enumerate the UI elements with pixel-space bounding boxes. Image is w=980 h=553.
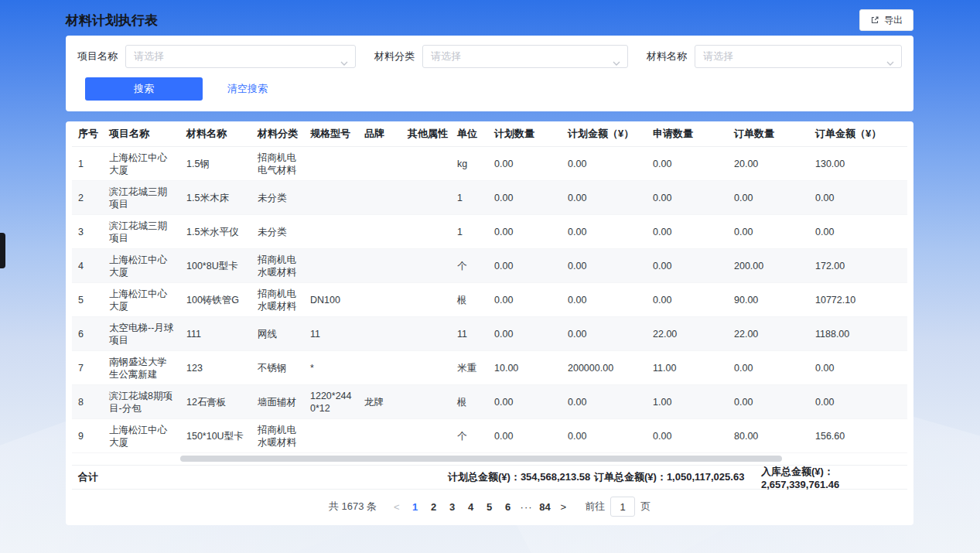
summary-plan-total: 计划总金额(¥)：354,568,213.58 — [448, 470, 590, 484]
column-header: 计划数量 — [488, 121, 562, 147]
table-cell — [401, 147, 451, 181]
table-row[interactable]: 9上海松江中心大厦150*10U型卡招商机电水暖材料个0.000.000.008… — [72, 419, 907, 453]
export-icon — [870, 15, 879, 25]
table-cell: 6 — [72, 317, 103, 351]
summary-order-total: 订单总金额(¥)：1,050,117,025.63 — [594, 470, 744, 484]
table-cell: * — [304, 351, 358, 385]
chevron-down-icon — [613, 55, 620, 69]
column-header: 其他属性 — [401, 121, 451, 147]
clear-search-link[interactable]: 清空搜索 — [227, 82, 268, 96]
table-cell: 9 — [72, 419, 103, 453]
table-cell: 0.00 — [728, 385, 809, 419]
table-cell: 个 — [451, 249, 488, 283]
page-number[interactable]: 5 — [480, 501, 499, 513]
table-cell: 1.5米水平仪 — [180, 215, 251, 249]
table-cell — [358, 283, 401, 317]
table-cell: 招商机电电气材料 — [251, 147, 304, 181]
table-cell: 156.60 — [809, 419, 907, 453]
page-header: 材料计划执行表 导出 — [66, 0, 913, 36]
table-cell: 上海松江中心大厦 — [103, 249, 180, 283]
table-cell: 0.00 — [488, 181, 562, 215]
table-cell: 滨江花城三期项目 — [103, 215, 180, 249]
table-card: 序号项目名称材料名称材料分类规格型号品牌其他属性单位计划数量计划金额（¥）申请数… — [66, 121, 913, 525]
table-cell: 11.00 — [647, 351, 728, 385]
table-cell: 0.00 — [647, 249, 728, 283]
page-number[interactable]: 1 — [406, 501, 425, 513]
table-row[interactable]: 8滨江花城8期项目-分包12石膏板墙面辅材1220*2440*12龙牌根0.00… — [72, 385, 907, 419]
table-cell: 0.00 — [488, 147, 562, 181]
table-row[interactable]: 4上海松江中心大厦100*8U型卡招商机电水暖材料个0.000.000.0020… — [72, 249, 907, 283]
search-button[interactable]: 搜索 — [85, 77, 203, 101]
select-placeholder: 请选择 — [134, 49, 164, 63]
table-cell: 111 — [180, 317, 251, 351]
export-button-label: 导出 — [884, 14, 903, 27]
table-cell: 12石膏板 — [180, 385, 251, 419]
export-button[interactable]: 导出 — [859, 9, 913, 31]
table-row[interactable]: 3滨江花城三期项目1.5米水平仪未分类10.000.000.000.000.00 — [72, 215, 907, 249]
table-row[interactable]: 5上海松江中心大厦100铸铁管G招商机电水暖材料DN100根0.000.000.… — [72, 283, 907, 317]
table-cell: 0.00 — [488, 215, 562, 249]
table-cell: 0.00 — [647, 419, 728, 453]
table-row[interactable]: 7南钢盛达大学生公寓新建123不锈钢*米重10.00200000.0011.00… — [72, 351, 907, 385]
table-cell: 米重 — [451, 351, 488, 385]
summary-inbound-total: 入库总金额(¥)：2,657,339,761.46 — [761, 465, 907, 490]
column-header: 申请数量 — [647, 121, 728, 147]
table-cell: 90.00 — [728, 283, 809, 317]
select-placeholder: 请选择 — [431, 49, 461, 63]
table-cell: 0.00 — [562, 419, 647, 453]
table-cell: 100铸铁管G — [180, 283, 251, 317]
table-cell: 11 — [451, 317, 488, 351]
table-cell — [304, 181, 358, 215]
column-header: 计划金额（¥） — [562, 121, 647, 147]
table-cell: 招商机电水暖材料 — [251, 249, 304, 283]
table-cell: 0.00 — [562, 249, 647, 283]
page-number[interactable]: 84 — [536, 501, 555, 513]
table-cell: 150*10U型卡 — [180, 419, 251, 453]
table-cell: 0.00 — [562, 283, 647, 317]
table-header-row: 序号项目名称材料名称材料分类规格型号品牌其他属性单位计划数量计划金额（¥）申请数… — [72, 121, 907, 147]
next-page-button[interactable]: > — [555, 501, 573, 513]
drawer-handle[interactable] — [0, 233, 5, 268]
project-name-select[interactable]: 请选择 — [125, 45, 356, 68]
goto-prefix-label: 前往 — [585, 500, 605, 514]
column-header: 订单金额（¥） — [809, 121, 907, 147]
table-cell: kg — [451, 147, 488, 181]
table-cell: 上海松江中心大厦 — [103, 283, 180, 317]
prev-page-button[interactable]: < — [388, 501, 406, 513]
goto-page-input[interactable] — [610, 497, 635, 517]
page-number[interactable]: 6 — [499, 501, 517, 513]
table-row[interactable]: 6太空电梯--月球项目111网线11110.000.0022.0022.0011… — [72, 317, 907, 351]
table-cell — [304, 249, 358, 283]
material-name-select[interactable]: 请选择 — [695, 45, 902, 68]
material-category-label: 材料分类 — [374, 49, 415, 63]
filter-group-material: 材料名称 请选择 — [647, 45, 902, 68]
table-cell: 0.00 — [809, 181, 907, 215]
pagination-total: 共 1673 条 — [329, 500, 377, 514]
table-cell: DN100 — [304, 283, 358, 317]
page-number[interactable]: 2 — [425, 501, 443, 513]
table-cell: 1 — [451, 181, 488, 215]
table-cell — [401, 385, 451, 419]
chevron-down-icon — [886, 55, 894, 69]
horizontal-scrollbar-thumb[interactable] — [180, 456, 782, 462]
table-row[interactable]: 1上海松江中心大厦1.5钢招商机电电气材料kg0.000.000.0020.00… — [72, 147, 907, 181]
horizontal-scrollbar — [72, 456, 907, 462]
table-row[interactable]: 2滨江花城三期项目1.5米木床未分类10.000.000.000.000.00 — [72, 181, 907, 215]
table-cell: 7 — [72, 351, 103, 385]
column-header: 规格型号 — [304, 121, 358, 147]
table-cell: 22.00 — [728, 317, 809, 351]
filter-group-category: 材料分类 请选择 — [374, 45, 628, 68]
table-cell — [304, 419, 358, 453]
pagination-ellipsis[interactable]: ··· — [517, 501, 536, 513]
column-header: 项目名称 — [103, 121, 180, 147]
pagination: 共 1673 条 < 123456···84 > 前往 页 — [72, 490, 907, 525]
page-number[interactable]: 3 — [443, 501, 462, 513]
page-number[interactable]: 4 — [462, 501, 480, 513]
table-cell: 上海松江中心大厦 — [103, 147, 180, 181]
material-category-select[interactable]: 请选择 — [422, 45, 628, 68]
table-cell: 8 — [72, 385, 103, 419]
table-cell: 22.00 — [647, 317, 728, 351]
goto-suffix-label: 页 — [640, 500, 650, 514]
select-placeholder: 请选择 — [703, 49, 733, 63]
table-cell — [358, 419, 401, 453]
